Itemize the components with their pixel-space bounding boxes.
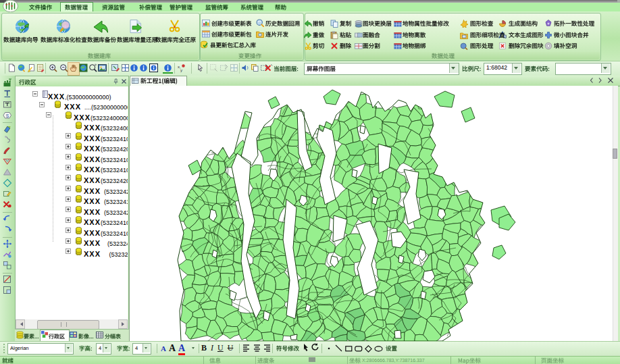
svg-text:S: S xyxy=(6,113,9,118)
svg-text:y: y xyxy=(180,68,182,72)
